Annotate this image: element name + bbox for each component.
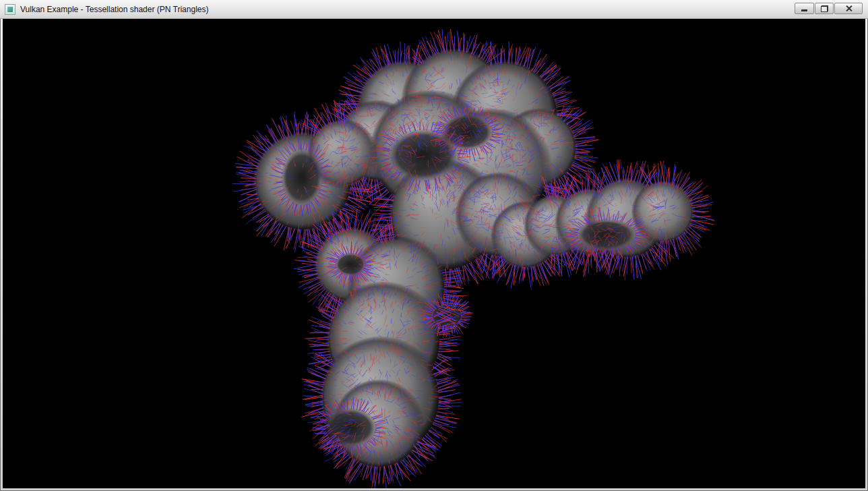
- app-icon: [5, 4, 16, 15]
- minimize-button[interactable]: [795, 3, 814, 14]
- render-viewport[interactable]: [3, 19, 865, 488]
- close-icon: [845, 5, 852, 12]
- titlebar[interactable]: Vulkan Example - Tessellation shader (PN…: [0, 0, 868, 19]
- window-controls: [795, 3, 863, 14]
- close-button[interactable]: [834, 3, 863, 14]
- restore-icon: [821, 5, 828, 12]
- window-title: Vulkan Example - Tessellation shader (PN…: [20, 5, 208, 14]
- app-window: Vulkan Example - Tessellation shader (PN…: [0, 0, 868, 491]
- minimize-icon: [801, 9, 807, 11]
- restore-button[interactable]: [815, 3, 834, 14]
- render-canvas[interactable]: [3, 19, 865, 488]
